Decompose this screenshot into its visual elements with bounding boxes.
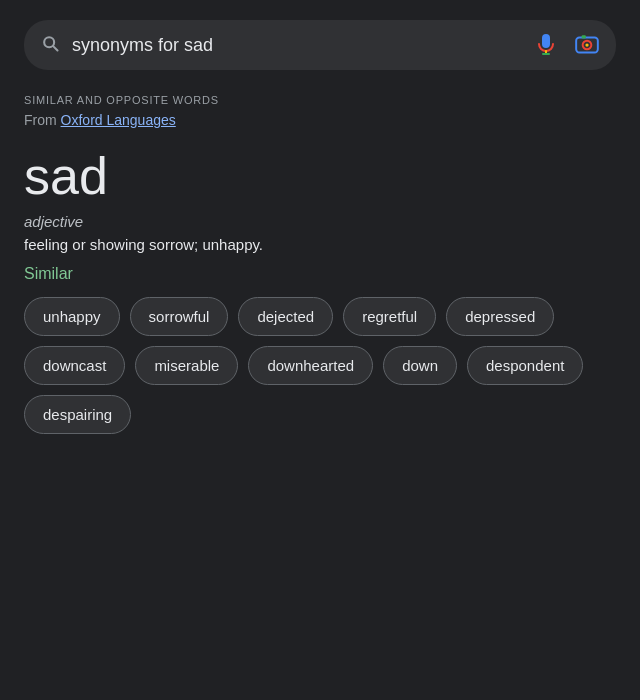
word-definition: feeling or showing sorrow; unhappy. bbox=[24, 236, 616, 253]
synonym-tag[interactable]: downhearted bbox=[248, 346, 373, 385]
svg-point-2 bbox=[585, 43, 588, 46]
word-pos: adjective bbox=[24, 213, 616, 230]
synonym-tag[interactable]: miserable bbox=[135, 346, 238, 385]
synonym-tag[interactable]: sorrowful bbox=[130, 297, 229, 336]
svg-rect-3 bbox=[582, 35, 586, 38]
similar-label: Similar bbox=[24, 265, 616, 283]
microphone-icon[interactable] bbox=[534, 33, 558, 57]
synonym-tag[interactable]: dejected bbox=[238, 297, 333, 336]
section-label: SIMILAR AND OPPOSITE WORDS bbox=[24, 94, 616, 106]
search-right-icons bbox=[534, 32, 600, 58]
synonym-tag[interactable]: regretful bbox=[343, 297, 436, 336]
search-input[interactable] bbox=[72, 35, 522, 56]
search-bar bbox=[24, 20, 616, 70]
source-link[interactable]: Oxford Languages bbox=[61, 112, 176, 128]
tags-container: unhappysorrowfuldejectedregretfuldepress… bbox=[24, 297, 616, 434]
synonym-tag[interactable]: downcast bbox=[24, 346, 125, 385]
synonym-tag[interactable]: unhappy bbox=[24, 297, 120, 336]
source-line: From Oxford Languages bbox=[24, 112, 616, 128]
synonym-tag[interactable]: down bbox=[383, 346, 457, 385]
search-icon bbox=[40, 33, 60, 58]
synonym-tag[interactable]: despairing bbox=[24, 395, 131, 434]
source-prefix: From bbox=[24, 112, 57, 128]
lens-icon[interactable] bbox=[574, 32, 600, 58]
synonym-tag[interactable]: depressed bbox=[446, 297, 554, 336]
word-title: sad bbox=[24, 148, 616, 205]
synonym-tag[interactable]: despondent bbox=[467, 346, 583, 385]
